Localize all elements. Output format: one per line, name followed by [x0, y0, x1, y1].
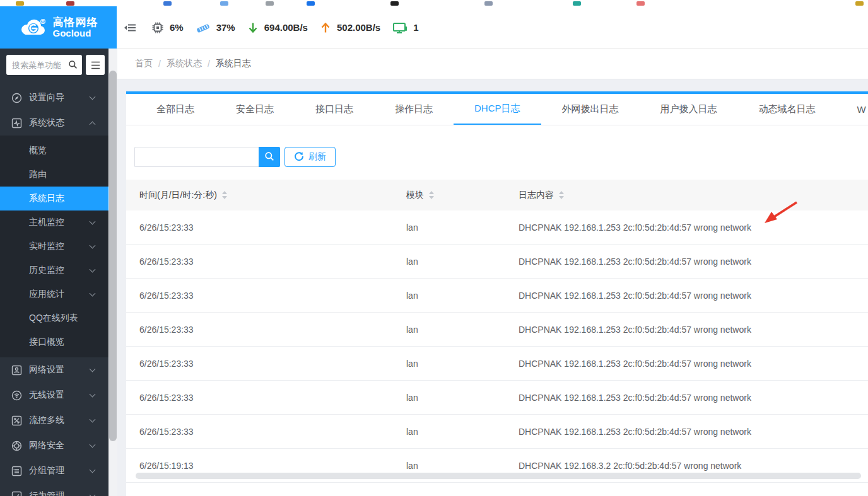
menu-search-icon[interactable]: [68, 60, 78, 72]
tab-item[interactable]: 安全日志: [215, 94, 295, 125]
table-row[interactable]: 6/26/15:23:33lanDHCPNAK 192.168.1.253 2c…: [126, 313, 868, 347]
favicon-fragment: [636, 1, 645, 6]
compass-icon: [11, 93, 22, 103]
chevron-down-icon: [90, 219, 96, 225]
sidebar-fold-icon[interactable]: [123, 21, 137, 35]
log-time-cell: 6/26/15:23:33: [126, 393, 406, 403]
table-row[interactable]: 6/26/15:23:33lanDHCPNAK 192.168.1.253 2c…: [126, 381, 868, 415]
favicon-fragment: [266, 1, 274, 6]
chevron-down-icon: [90, 442, 96, 448]
horizontal-scrollbar-thumb[interactable]: [136, 473, 861, 479]
sidebar-subitem[interactable]: 主机监控: [0, 211, 108, 234]
log-module-cell: lan: [406, 461, 519, 471]
tab-item[interactable]: 接口日志: [295, 94, 374, 125]
log-tabs: 全部日志安全日志接口日志操作日志DHCP日志外网拨出日志用户拨入日志动态域名日志…: [126, 94, 868, 125]
favicon-fragment: [573, 1, 581, 6]
sort-caret-icon[interactable]: [559, 191, 564, 199]
chevron-down-icon: [90, 467, 96, 473]
table-row[interactable]: 6/26/15:23:33lanDHCPNAK 192.168.1.253 2c…: [126, 211, 868, 245]
sidebar-item-label: 分组管理: [29, 465, 64, 476]
sidebar-menu: 设置向导系统状态概览路由系统日志主机监控实时监控历史监控应用统计QQ在线列表接口…: [0, 85, 108, 496]
breadcrumb-system-status[interactable]: 系统状态: [167, 58, 202, 69]
sidebar-scrollbar-thumb[interactable]: [109, 71, 117, 441]
sidebar-item[interactable]: 行为管理: [0, 483, 108, 496]
tab-active[interactable]: DHCP日志: [454, 94, 541, 125]
network-icon: [11, 365, 22, 376]
tab-item[interactable]: 全部日志: [136, 94, 215, 125]
log-content-cell: DHCPNAK 192.168.1.253 2c:f0:5d:2b:4d:57 …: [519, 325, 868, 335]
group-icon: [11, 466, 22, 476]
favicon-fragment: [390, 1, 399, 6]
sidebar-item-label: 流控多线: [29, 415, 64, 426]
sort-caret-icon[interactable]: [222, 191, 227, 199]
tab-item[interactable]: W: [836, 94, 868, 125]
breadcrumb-home[interactable]: 首页: [135, 58, 153, 69]
tab-item[interactable]: 用户拨入日志: [640, 94, 738, 125]
annotation-arrow-icon: [759, 199, 801, 230]
sidebar-subitem[interactable]: 应用统计: [0, 282, 108, 306]
table-row[interactable]: 6/26/15:23:33lanDHCPNAK 192.168.1.253 2c…: [126, 415, 868, 449]
table-row[interactable]: 6/26/15:23:33lanDHCPNAK 192.168.1.253 2c…: [126, 347, 868, 381]
log-time-cell: 6/26/15:23:33: [126, 359, 406, 369]
sidebar-subitem[interactable]: 实时监控: [0, 234, 108, 258]
sidebar-subitem[interactable]: 路由: [0, 163, 108, 187]
cpu-usage: 6%: [170, 22, 184, 33]
log-content-cell: DHCPNAK 192.168.3.2 2c:f0:5d:2b:4d:57 wr…: [519, 461, 868, 471]
browser-favicon-strip: [0, 0, 868, 6]
sidebar-subitem[interactable]: 接口概览: [0, 330, 108, 354]
sort-caret-icon[interactable]: [429, 191, 434, 199]
log-content-cell: DHCPNAK 192.168.1.253 2c:f0:5d:2b:4d:57 …: [519, 393, 868, 403]
wifi-icon: [11, 390, 22, 401]
memory-icon: [196, 21, 211, 34]
log-time-cell: 6/26/15:23:33: [126, 222, 406, 233]
sidebar-subitem-label: 系统日志: [29, 193, 64, 204]
log-module-cell: lan: [406, 257, 519, 267]
table-row[interactable]: 6/26/15:23:33lanDHCPNAK 192.168.1.253 2c…: [126, 245, 868, 279]
log-time-cell: 6/26/15:23:33: [126, 257, 406, 267]
sidebar-item[interactable]: 分组管理: [0, 458, 108, 483]
brand-name: 高恪网络 Gocloud: [53, 17, 98, 38]
column-header[interactable]: 日志内容: [519, 190, 868, 201]
refresh-label: 刷新: [308, 151, 326, 163]
column-header[interactable]: 模块: [406, 190, 519, 201]
refresh-button[interactable]: 刷新: [284, 147, 336, 167]
menu-hamburger-button[interactable]: [86, 55, 105, 75]
tab-item[interactable]: 操作日志: [374, 94, 454, 125]
sidebar-item[interactable]: 流控多线: [0, 408, 108, 433]
log-content-cell: DHCPNAK 192.168.1.253 2c:f0:5d:2b:4d:57 …: [519, 359, 868, 369]
chevron-down-icon: [90, 391, 96, 398]
favicon-fragment: [220, 1, 228, 6]
download-speed: 694.00B/s: [264, 22, 308, 33]
tab-item[interactable]: 动态域名日志: [738, 94, 836, 125]
favicon-fragment: [855, 1, 864, 6]
favicon-fragment: [66, 1, 74, 6]
sidebar-item-label: 系统状态: [29, 117, 64, 129]
sidebar-item[interactable]: 网络安全: [0, 433, 108, 458]
sidebar-item[interactable]: 网络设置: [0, 357, 108, 383]
brand-logo[interactable]: R 高恪网络 Gocloud: [0, 6, 117, 49]
log-module-cell: lan: [406, 359, 519, 369]
log-module-cell: lan: [406, 325, 519, 335]
log-content-cell: DHCPNAK 192.168.1.253 2c:f0:5d:2b:4d:57 …: [519, 427, 868, 437]
sidebar-subitem[interactable]: 历史监控: [0, 258, 108, 282]
svg-text:R: R: [42, 20, 44, 23]
chevron-up-icon: [90, 121, 96, 127]
sidebar-item[interactable]: 设置向导: [0, 85, 108, 110]
column-header[interactable]: 时间(月/日/时:分:秒): [126, 190, 406, 201]
log-content-cell: DHCPNAK 192.168.1.253 2c:f0:5d:2b:4d:57 …: [519, 222, 868, 233]
memory-usage: 37%: [216, 22, 235, 33]
chevron-down-icon: [90, 492, 96, 496]
online-devices-icon: [392, 21, 408, 34]
sidebar-subitem-label: 路由: [29, 169, 47, 180]
log-search-input[interactable]: [134, 147, 259, 167]
sidebar-subitem[interactable]: 概览: [0, 139, 108, 163]
log-time-cell: 6/26/15:19:13: [126, 461, 406, 471]
sidebar-subitem[interactable]: 系统日志: [0, 187, 108, 211]
table-row[interactable]: 6/26/15:23:33lanDHCPNAK 192.168.1.253 2c…: [126, 279, 868, 313]
log-search-button[interactable]: [259, 147, 280, 167]
sidebar-item[interactable]: 系统状态: [0, 110, 108, 136]
chevron-down-icon: [90, 366, 96, 372]
sidebar-item[interactable]: 无线设置: [0, 383, 108, 408]
tab-item[interactable]: 外网拨出日志: [541, 94, 640, 125]
sidebar-subitem[interactable]: QQ在线列表: [0, 306, 108, 330]
